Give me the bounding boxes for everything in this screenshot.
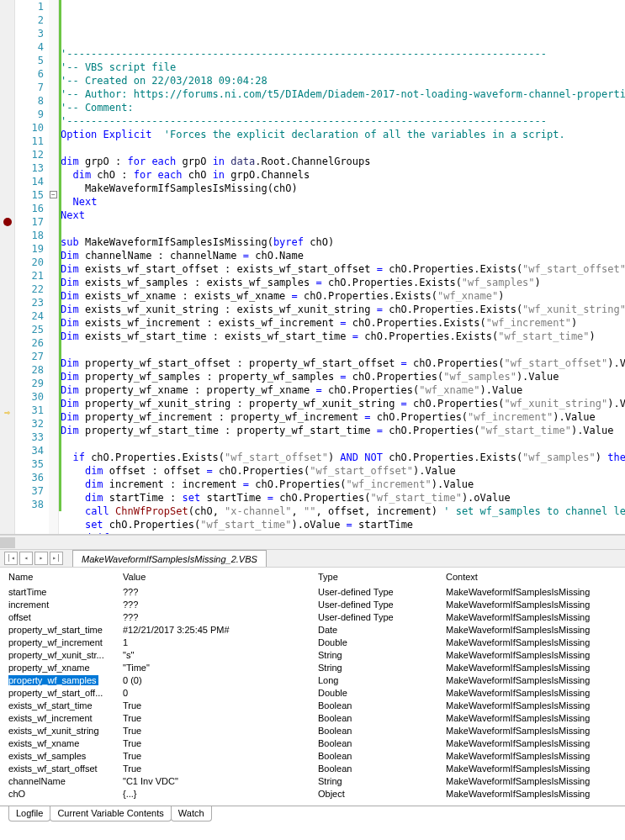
code-line[interactable]: sub MakeWaveformIfSamplesIsMissing(byref… [61,235,625,249]
fold-toggle-icon[interactable]: − [50,191,57,198]
code-line[interactable]: Dim exists_wf_samples : exists_wf_sample… [61,276,625,289]
var-name: property_wf_start_off... [8,687,123,700]
line-number: 4 [15,40,44,54]
variable-row[interactable]: exists_wf_xnameTrueBooleanMakeWaveformIf… [0,737,625,750]
code-line[interactable]: Option Explicit 'Forces the explicit dec… [61,128,625,141]
variable-row[interactable]: startTime???User-defined TypeMakeWavefor… [0,586,625,599]
variable-row[interactable]: property_wf_start_off...0DoubleMakeWavef… [0,687,625,700]
code-line[interactable]: Dim exists_wf_start_time : exists_wf_sta… [61,330,625,343]
var-context: MakeWaveformIfSamplesIsMissing [446,750,617,763]
file-tab[interactable]: MakeWaveformIfSamplesIsMissing_2.VBS [72,550,267,567]
nav-prev-button[interactable]: ◂ [19,552,33,565]
line-number: 23 [15,296,44,309]
code-line[interactable]: dim grpO : for each grpO in data.Root.Ch… [61,155,625,168]
var-value: "s" [123,649,318,662]
code-editor[interactable]: ⇨ 12345678910111213141516171819202122232… [0,0,625,535]
var-value: True [123,712,318,725]
variable-row[interactable]: exists_wf_start_offsetTrueBooleanMakeWav… [0,763,625,775]
code-line[interactable]: if chO.Properties.Exists("wf_start_offse… [61,451,625,464]
code-line[interactable] [61,437,625,451]
code-line[interactable]: MakeWaveformIfSamplesIsMissing(chO) [61,182,625,195]
var-context: MakeWaveformIfSamplesIsMissing [446,649,617,662]
bottom-tab[interactable]: Current Variable Contents [50,806,171,822]
line-number: 13 [15,161,44,175]
code-line[interactable]: Dim property_wf_increment : property_wf_… [61,410,625,424]
code-line[interactable]: Dim exists_wf_xname : exists_wf_xname = … [61,289,625,303]
code-line[interactable] [61,343,625,357]
line-number: 37 [15,484,44,498]
var-name: increment [8,599,123,611]
var-type: Boolean [318,737,446,750]
col-header-value[interactable]: Value [123,571,318,584]
var-type: Date [318,624,446,637]
code-line[interactable]: dim startTime : set startTime = chO.Prop… [61,491,625,505]
code-line[interactable]: Dim exists_wf_increment : exists_wf_incr… [61,316,625,330]
code-line[interactable]: Dim property_wf_samples : property_wf_sa… [61,370,625,383]
code-line[interactable]: '---------------------------------------… [61,47,625,61]
bottom-tab[interactable]: Watch [171,806,212,822]
bottom-tab[interactable]: Logfile [8,806,50,822]
var-type: String [318,649,446,662]
variable-row[interactable]: exists_wf_xunit_stringTrueBooleanMakeWav… [0,725,625,737]
variable-row[interactable]: exists_wf_incrementTrueBooleanMakeWavefo… [0,712,625,725]
code-line[interactable]: '-- Comment: [61,101,625,114]
code-line[interactable]: Dim channelName : channelName = chO.Name [61,249,625,262]
code-line[interactable]: dim chO : for each chO in grpO.Channels [61,168,625,182]
col-header-context[interactable]: Context [446,571,617,584]
fold-gutter[interactable] [49,0,59,534]
var-name: exists_wf_increment [8,712,123,725]
line-number: 21 [15,269,44,283]
nav-next-button[interactable]: ▸ [34,552,48,565]
var-name: exists_wf_samples [8,750,123,763]
code-line[interactable]: Dim property_wf_start_time : property_wf… [61,424,625,437]
variable-row[interactable]: increment???User-defined TypeMakeWavefor… [0,599,625,611]
code-line[interactable]: '-- Created on 22/03/2018 09:04:28 [61,74,625,87]
col-header-name[interactable]: Name [8,571,123,584]
breakpoint-icon[interactable] [3,218,12,226]
col-header-type[interactable]: Type [318,571,446,584]
nav-first-button[interactable]: |◂ [4,552,18,565]
var-type: User-defined Type [318,599,446,611]
horizontal-scrollbar[interactable] [0,535,625,549]
code-line[interactable]: Dim property_wf_xname : property_wf_xnam… [61,383,625,397]
variable-row[interactable]: chO{...}ObjectMakeWaveformIfSamplesIsMis… [0,788,625,800]
variable-row[interactable]: channelName"C1 Inv VDC"StringMakeWavefor… [0,775,625,788]
code-line[interactable]: call ChnWfPropSet(chO, "x-channel", "", … [61,505,625,518]
variable-row[interactable]: exists_wf_samplesTrueBooleanMakeWaveform… [0,750,625,763]
code-line[interactable] [61,222,625,235]
code-line[interactable]: end if [61,531,625,534]
variable-row[interactable]: offset???User-defined TypeMakeWaveformIf… [0,611,625,624]
variable-row[interactable]: property_wf_xunit_str..."s"StringMakeWav… [0,649,625,662]
current-line-icon: ⇨ [0,406,14,420]
variable-row[interactable]: property_wf_xname"Time"StringMakeWavefor… [0,662,625,674]
line-number: 31 [15,404,44,417]
code-line[interactable]: Dim exists_wf_start_offset : exists_wf_s… [61,262,625,276]
variable-row[interactable]: property_wf_start_time#12/21/2017 3:25:4… [0,624,625,637]
variable-row[interactable]: exists_wf_start_timeTrueBooleanMakeWavef… [0,700,625,712]
code-line[interactable]: '---------------------------------------… [61,114,625,128]
code-line[interactable]: set chO.Properties("wf_start_time").oVal… [61,518,625,531]
var-context: MakeWaveformIfSamplesIsMissing [446,624,617,637]
code-line[interactable]: '-- Author: https://forums.ni.com/t5/DIA… [61,87,625,101]
code-area[interactable]: '---------------------------------------… [49,0,625,534]
code-line[interactable]: dim offset : offset = chO.Properties("wf… [61,464,625,478]
variable-row[interactable]: property_wf_increment1DoubleMakeWaveform… [0,637,625,649]
editor-tab-bar: |◂ ◂ ▸ ▸| MakeWaveformIfSamplesIsMissing… [0,549,625,568]
code-line[interactable]: Next [61,209,625,222]
variable-row[interactable]: property_wf_samples0 (0)LongMakeWaveform… [0,674,625,687]
line-number: 26 [15,336,44,350]
code-line[interactable] [61,141,625,155]
breakpoint-gutter[interactable]: ⇨ [0,0,15,534]
nav-last-button[interactable]: ▸| [50,552,63,565]
variables-header: Name Value Type Context [0,571,625,584]
line-number: 32 [15,417,44,431]
code-line[interactable]: dim increment : increment = chO.Properti… [61,478,625,491]
line-number: 8 [15,94,44,108]
var-name: channelName [8,775,123,788]
var-context: MakeWaveformIfSamplesIsMissing [446,586,617,599]
code-line[interactable]: Dim property_wf_start_offset : property_… [61,357,625,370]
code-line[interactable]: Dim property_wf_xunit_string : property_… [61,397,625,410]
code-line[interactable]: Dim exists_wf_xunit_string : exists_wf_x… [61,303,625,316]
code-line[interactable]: Next [61,195,625,209]
code-line[interactable]: '-- VBS script file [61,61,625,74]
